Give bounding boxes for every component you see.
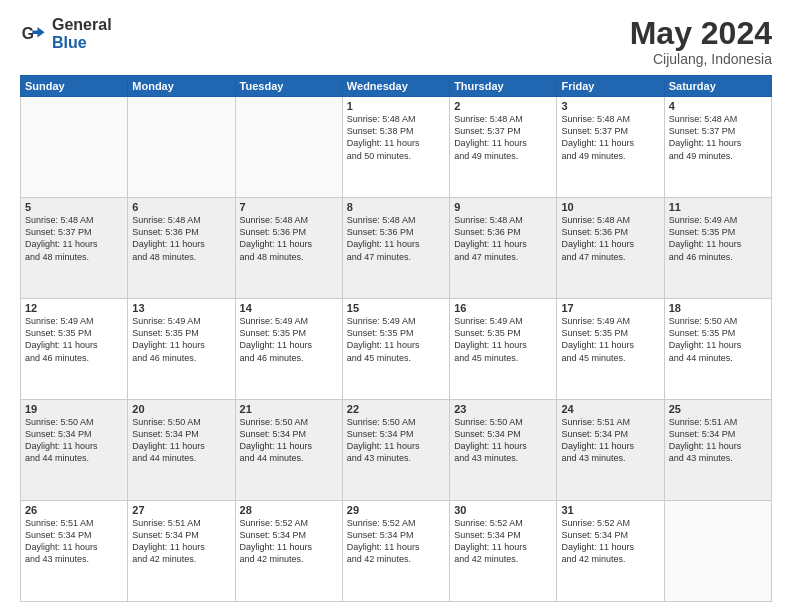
calendar-cell: 16Sunrise: 5:49 AMSunset: 5:35 PMDayligh… xyxy=(450,299,557,400)
day-info: Sunrise: 5:48 AMSunset: 5:37 PMDaylight:… xyxy=(25,214,123,263)
day-info: Sunrise: 5:48 AMSunset: 5:36 PMDaylight:… xyxy=(347,214,445,263)
day-info: Sunrise: 5:49 AMSunset: 5:35 PMDaylight:… xyxy=(132,315,230,364)
calendar-cell: 9Sunrise: 5:48 AMSunset: 5:36 PMDaylight… xyxy=(450,198,557,299)
calendar-week-row-3: 12Sunrise: 5:49 AMSunset: 5:35 PMDayligh… xyxy=(21,299,772,400)
day-number: 17 xyxy=(561,302,659,314)
calendar-week-row-5: 26Sunrise: 5:51 AMSunset: 5:34 PMDayligh… xyxy=(21,501,772,602)
day-number: 5 xyxy=(25,201,123,213)
calendar-cell: 15Sunrise: 5:49 AMSunset: 5:35 PMDayligh… xyxy=(342,299,449,400)
calendar-cell: 12Sunrise: 5:49 AMSunset: 5:35 PMDayligh… xyxy=(21,299,128,400)
calendar-cell: 28Sunrise: 5:52 AMSunset: 5:34 PMDayligh… xyxy=(235,501,342,602)
calendar-cell: 23Sunrise: 5:50 AMSunset: 5:34 PMDayligh… xyxy=(450,400,557,501)
day-info: Sunrise: 5:49 AMSunset: 5:35 PMDaylight:… xyxy=(454,315,552,364)
calendar-table: Sunday Monday Tuesday Wednesday Thursday… xyxy=(20,75,772,602)
calendar-cell: 20Sunrise: 5:50 AMSunset: 5:34 PMDayligh… xyxy=(128,400,235,501)
calendar-cell: 13Sunrise: 5:49 AMSunset: 5:35 PMDayligh… xyxy=(128,299,235,400)
day-number: 20 xyxy=(132,403,230,415)
header-friday: Friday xyxy=(557,76,664,97)
day-number: 3 xyxy=(561,100,659,112)
calendar-title: May 2024 xyxy=(630,16,772,51)
day-info: Sunrise: 5:48 AMSunset: 5:38 PMDaylight:… xyxy=(347,113,445,162)
day-number: 21 xyxy=(240,403,338,415)
day-number: 23 xyxy=(454,403,552,415)
day-number: 29 xyxy=(347,504,445,516)
calendar-cell: 2Sunrise: 5:48 AMSunset: 5:37 PMDaylight… xyxy=(450,97,557,198)
calendar-cell: 24Sunrise: 5:51 AMSunset: 5:34 PMDayligh… xyxy=(557,400,664,501)
day-info: Sunrise: 5:51 AMSunset: 5:34 PMDaylight:… xyxy=(25,517,123,566)
day-number: 19 xyxy=(25,403,123,415)
calendar-cell: 8Sunrise: 5:48 AMSunset: 5:36 PMDaylight… xyxy=(342,198,449,299)
calendar-location: Cijulang, Indonesia xyxy=(630,51,772,67)
day-number: 11 xyxy=(669,201,767,213)
calendar-cell: 5Sunrise: 5:48 AMSunset: 5:37 PMDaylight… xyxy=(21,198,128,299)
day-number: 10 xyxy=(561,201,659,213)
svg-marker-1 xyxy=(32,27,44,38)
logo-blue-text: Blue xyxy=(52,34,112,52)
day-info: Sunrise: 5:48 AMSunset: 5:36 PMDaylight:… xyxy=(561,214,659,263)
calendar-cell: 14Sunrise: 5:49 AMSunset: 5:35 PMDayligh… xyxy=(235,299,342,400)
calendar-week-row-1: 1Sunrise: 5:48 AMSunset: 5:38 PMDaylight… xyxy=(21,97,772,198)
calendar-cell: 26Sunrise: 5:51 AMSunset: 5:34 PMDayligh… xyxy=(21,501,128,602)
header: G General Blue May 2024 Cijulang, Indone… xyxy=(20,16,772,67)
logo: G General Blue xyxy=(20,16,112,51)
calendar-cell xyxy=(664,501,771,602)
day-number: 27 xyxy=(132,504,230,516)
header-monday: Monday xyxy=(128,76,235,97)
day-number: 4 xyxy=(669,100,767,112)
day-number: 30 xyxy=(454,504,552,516)
day-info: Sunrise: 5:51 AMSunset: 5:34 PMDaylight:… xyxy=(561,416,659,465)
day-info: Sunrise: 5:49 AMSunset: 5:35 PMDaylight:… xyxy=(561,315,659,364)
day-info: Sunrise: 5:50 AMSunset: 5:34 PMDaylight:… xyxy=(454,416,552,465)
day-number: 25 xyxy=(669,403,767,415)
calendar-week-row-2: 5Sunrise: 5:48 AMSunset: 5:37 PMDaylight… xyxy=(21,198,772,299)
day-info: Sunrise: 5:49 AMSunset: 5:35 PMDaylight:… xyxy=(669,214,767,263)
header-tuesday: Tuesday xyxy=(235,76,342,97)
day-info: Sunrise: 5:52 AMSunset: 5:34 PMDaylight:… xyxy=(454,517,552,566)
calendar-cell: 25Sunrise: 5:51 AMSunset: 5:34 PMDayligh… xyxy=(664,400,771,501)
header-thursday: Thursday xyxy=(450,76,557,97)
day-number: 22 xyxy=(347,403,445,415)
day-number: 15 xyxy=(347,302,445,314)
day-info: Sunrise: 5:52 AMSunset: 5:34 PMDaylight:… xyxy=(240,517,338,566)
day-info: Sunrise: 5:51 AMSunset: 5:34 PMDaylight:… xyxy=(669,416,767,465)
day-number: 8 xyxy=(347,201,445,213)
day-info: Sunrise: 5:48 AMSunset: 5:37 PMDaylight:… xyxy=(669,113,767,162)
svg-text:G: G xyxy=(22,25,34,42)
day-info: Sunrise: 5:50 AMSunset: 5:34 PMDaylight:… xyxy=(25,416,123,465)
day-number: 2 xyxy=(454,100,552,112)
day-number: 28 xyxy=(240,504,338,516)
day-number: 24 xyxy=(561,403,659,415)
day-number: 9 xyxy=(454,201,552,213)
day-info: Sunrise: 5:48 AMSunset: 5:36 PMDaylight:… xyxy=(132,214,230,263)
calendar-cell: 29Sunrise: 5:52 AMSunset: 5:34 PMDayligh… xyxy=(342,501,449,602)
page: G General Blue May 2024 Cijulang, Indone… xyxy=(0,0,792,612)
calendar-cell: 11Sunrise: 5:49 AMSunset: 5:35 PMDayligh… xyxy=(664,198,771,299)
day-info: Sunrise: 5:48 AMSunset: 5:36 PMDaylight:… xyxy=(240,214,338,263)
weekday-header-row: Sunday Monday Tuesday Wednesday Thursday… xyxy=(21,76,772,97)
logo-icon: G xyxy=(20,20,48,48)
day-number: 7 xyxy=(240,201,338,213)
calendar-cell: 4Sunrise: 5:48 AMSunset: 5:37 PMDaylight… xyxy=(664,97,771,198)
logo-text: General Blue xyxy=(52,16,112,51)
day-number: 13 xyxy=(132,302,230,314)
day-number: 1 xyxy=(347,100,445,112)
calendar-cell: 22Sunrise: 5:50 AMSunset: 5:34 PMDayligh… xyxy=(342,400,449,501)
day-info: Sunrise: 5:49 AMSunset: 5:35 PMDaylight:… xyxy=(240,315,338,364)
calendar-cell xyxy=(235,97,342,198)
day-info: Sunrise: 5:50 AMSunset: 5:34 PMDaylight:… xyxy=(240,416,338,465)
calendar-cell: 31Sunrise: 5:52 AMSunset: 5:34 PMDayligh… xyxy=(557,501,664,602)
day-info: Sunrise: 5:48 AMSunset: 5:36 PMDaylight:… xyxy=(454,214,552,263)
day-info: Sunrise: 5:50 AMSunset: 5:34 PMDaylight:… xyxy=(132,416,230,465)
day-number: 16 xyxy=(454,302,552,314)
calendar-cell: 27Sunrise: 5:51 AMSunset: 5:34 PMDayligh… xyxy=(128,501,235,602)
calendar-cell: 10Sunrise: 5:48 AMSunset: 5:36 PMDayligh… xyxy=(557,198,664,299)
day-info: Sunrise: 5:49 AMSunset: 5:35 PMDaylight:… xyxy=(25,315,123,364)
day-info: Sunrise: 5:51 AMSunset: 5:34 PMDaylight:… xyxy=(132,517,230,566)
day-info: Sunrise: 5:52 AMSunset: 5:34 PMDaylight:… xyxy=(561,517,659,566)
day-info: Sunrise: 5:49 AMSunset: 5:35 PMDaylight:… xyxy=(347,315,445,364)
calendar-week-row-4: 19Sunrise: 5:50 AMSunset: 5:34 PMDayligh… xyxy=(21,400,772,501)
calendar-cell xyxy=(128,97,235,198)
day-number: 26 xyxy=(25,504,123,516)
calendar-cell: 3Sunrise: 5:48 AMSunset: 5:37 PMDaylight… xyxy=(557,97,664,198)
day-info: Sunrise: 5:48 AMSunset: 5:37 PMDaylight:… xyxy=(454,113,552,162)
